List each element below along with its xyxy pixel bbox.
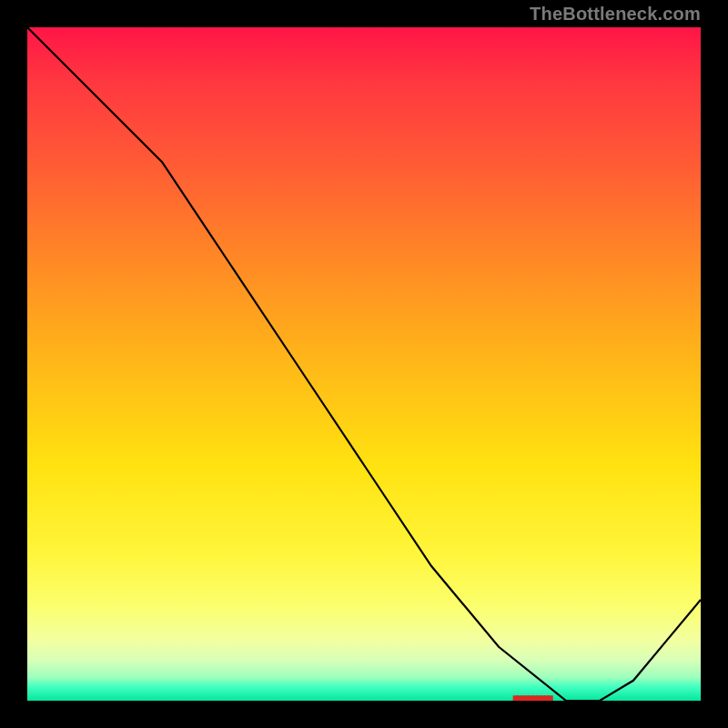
line-series-svg — [27, 27, 701, 701]
watermark-text: TheBottleneck.com — [530, 4, 701, 25]
series-path — [27, 27, 701, 701]
optimum-marker: ■■■■■■■■■■ — [512, 692, 551, 704]
chart-frame: TheBottleneck.com ■■■■■■■■■■ — [0, 0, 728, 728]
